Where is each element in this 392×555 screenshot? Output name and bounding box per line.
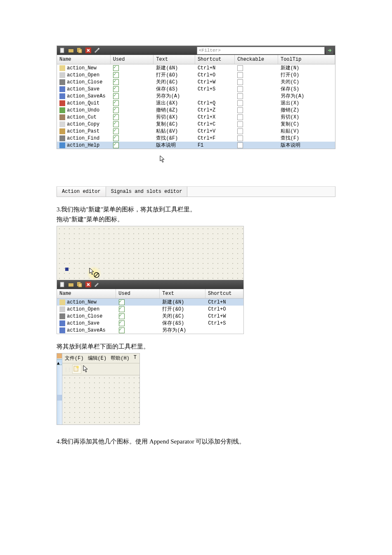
action-row[interactable]: action_Quit退出(&X)Ctrl+Q退出(X) — [57, 100, 335, 107]
action-row[interactable]: action_Past粘贴(&V)Ctrl+V粘贴(V) — [57, 128, 335, 135]
used-checkbox[interactable] — [113, 93, 119, 99]
checkable-checkbox[interactable] — [237, 86, 243, 92]
used-checkbox[interactable] — [119, 306, 125, 312]
action-editor-toolbar-2 — [57, 280, 243, 289]
col-name[interactable]: Name — [57, 289, 116, 298]
drag-handle-icon — [65, 268, 68, 271]
action-row[interactable]: action_Close关闭(&C)Ctrl+W关闭(C) — [57, 78, 335, 85]
action-row[interactable]: action_Copy复制(&C)Ctrl+C复制(C) — [57, 121, 335, 128]
checkable-checkbox[interactable] — [237, 114, 243, 120]
action-name: action_Cut — [67, 114, 97, 120]
filter-input[interactable]: <Filter> — [197, 47, 325, 55]
checkable-checkbox[interactable] — [237, 107, 243, 113]
checkable-checkbox[interactable] — [237, 121, 243, 127]
action-editor-panel-1: <Filter> Name Used Text Shortcut Checkab… — [57, 45, 335, 149]
col-shortcut[interactable]: Shortcut — [195, 55, 235, 64]
action-row[interactable]: action_New新建(&N)Ctrl+N — [57, 299, 243, 306]
action-row[interactable]: action_Help版本说明F1版本说明 — [57, 142, 335, 149]
used-checkbox[interactable] — [113, 135, 119, 141]
action-row[interactable]: action_Open打开(&O)Ctrl+O — [57, 306, 243, 313]
checkable-checkbox[interactable] — [237, 65, 243, 71]
toolbar-grip-icon[interactable]: ⋮⋮ — [64, 367, 71, 372]
used-checkbox[interactable] — [113, 121, 119, 127]
tab-signals-slots[interactable]: Signals and slots editor — [106, 187, 188, 197]
menu-file[interactable]: 文件(F) — [65, 355, 84, 362]
action-icon — [59, 86, 65, 92]
used-checkbox[interactable] — [113, 128, 119, 134]
new-action-icon[interactable] — [59, 281, 66, 288]
open-action-icon[interactable] — [67, 281, 75, 288]
svg-rect-1 — [68, 49, 73, 52]
delete-action-icon[interactable] — [85, 281, 92, 288]
action-shortcut: Ctrl+S — [205, 320, 243, 327]
action-text: 另存为(A) — [160, 327, 205, 334]
action-row[interactable]: action_Save保存(&S)Ctrl+S — [57, 320, 243, 327]
used-checkbox[interactable] — [113, 114, 119, 120]
checkable-checkbox[interactable] — [237, 100, 243, 106]
checkable-checkbox[interactable] — [237, 72, 243, 78]
new-action-icon[interactable] — [59, 47, 66, 54]
action-tooltip: 撤销(Z) — [278, 107, 335, 114]
used-checkbox[interactable] — [113, 107, 119, 113]
checkable-checkbox[interactable] — [237, 142, 243, 148]
action-row[interactable]: action_Undo撤销(&Z)Ctrl+Z撤销(Z) — [57, 107, 335, 114]
menu-edit[interactable]: 编辑(E) — [88, 355, 107, 362]
used-checkbox[interactable] — [119, 320, 125, 326]
action-row[interactable]: action_New新建(&N)Ctrl+N新建(N) — [57, 64, 335, 71]
action-icon — [59, 142, 65, 148]
col-text[interactable]: Text — [153, 55, 195, 64]
action-row[interactable]: action_Close关闭(&C)Ctrl+W — [57, 313, 243, 320]
col-text[interactable]: Text — [160, 289, 205, 298]
used-checkbox[interactable] — [119, 313, 125, 319]
grid-header-1: Name Used Text Shortcut Checkable ToolTi… — [57, 55, 335, 64]
action-text: 粘贴(&V) — [153, 128, 195, 135]
col-used[interactable]: Used — [111, 55, 154, 64]
col-shortcut[interactable]: Shortcut — [205, 289, 243, 298]
action-row[interactable]: action_SaveAs另存为(A)另存为(A) — [57, 92, 335, 100]
rail-thumb-icon[interactable] — [57, 395, 62, 401]
action-row[interactable]: action_Find查找(&F)Ctrl+F查找(F) — [57, 135, 335, 142]
copy-action-icon[interactable] — [76, 281, 83, 288]
used-checkbox[interactable] — [113, 86, 119, 92]
action-shortcut: Ctrl+Q — [195, 100, 235, 107]
delete-action-icon[interactable] — [85, 47, 92, 54]
action-row[interactable]: action_Save保存(&S)Ctrl+S保存(S) — [57, 85, 335, 92]
used-checkbox[interactable] — [119, 299, 125, 305]
checkable-checkbox[interactable] — [237, 93, 243, 99]
menu-truncated[interactable]: T — [134, 355, 137, 362]
col-tooltip[interactable]: ToolTip — [278, 55, 335, 64]
checkable-checkbox[interactable] — [237, 128, 243, 134]
used-checkbox[interactable] — [113, 79, 119, 85]
checkable-checkbox[interactable] — [237, 135, 243, 141]
used-checkbox[interactable] — [113, 72, 119, 78]
toolbar-new-button[interactable] — [72, 365, 81, 374]
used-checkbox[interactable] — [113, 65, 119, 71]
action-row[interactable]: action_Open打开(&O)Ctrl+O打开(O) — [57, 71, 335, 78]
action-editor-toolbar: <Filter> — [57, 46, 335, 55]
properties-icon[interactable] — [93, 47, 101, 54]
action-text: 版本说明 — [153, 142, 195, 149]
used-checkbox[interactable] — [113, 100, 119, 106]
action-shortcut: Ctrl+W — [205, 313, 243, 320]
col-checkable[interactable]: Checkable — [235, 55, 278, 64]
checkable-checkbox[interactable] — [237, 79, 243, 85]
tab-action-editor[interactable]: Action editor — [57, 187, 106, 197]
filter-go-icon[interactable] — [326, 47, 333, 54]
used-checkbox[interactable] — [113, 142, 119, 148]
action-icon — [59, 320, 65, 326]
copy-action-icon[interactable] — [76, 47, 83, 54]
menu-help[interactable]: 帮助(H) — [111, 355, 130, 362]
form-canvas — [62, 375, 139, 425]
used-checkbox[interactable] — [119, 327, 125, 333]
action-row[interactable]: action_SaveAs另存为(A) — [57, 327, 243, 334]
col-used[interactable]: Used — [116, 289, 160, 298]
svg-rect-9 — [68, 283, 73, 287]
action-tooltip: 打开(O) — [278, 71, 335, 78]
cursor-no-drop-icon — [89, 268, 100, 278]
open-action-icon[interactable] — [67, 47, 75, 54]
col-name[interactable]: Name — [57, 55, 111, 64]
action-grid-1: action_New新建(&N)Ctrl+N新建(N)action_Open打开… — [57, 64, 335, 149]
action-row[interactable]: action_Cut剪切(&X)Ctrl+X剪切(X) — [57, 114, 335, 121]
action-name: action_New — [67, 65, 97, 71]
properties-icon[interactable] — [93, 281, 101, 288]
